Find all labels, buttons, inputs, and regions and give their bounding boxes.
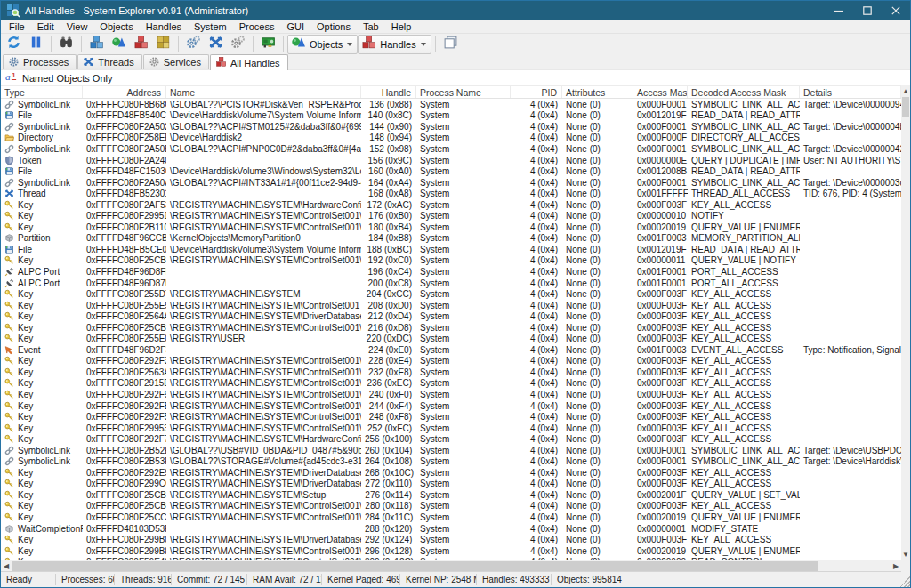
column-header-process-name[interactable]: Process Name (416, 86, 511, 98)
window-stack-icon (443, 35, 458, 53)
table-row[interactable]: Key0xFFFFC080F255E090\REGISTRY\USER220 (… (1, 333, 901, 344)
table-row[interactable]: Token0xFFFFC080F2A24040156 (0x9C)System4… (1, 155, 901, 166)
table-row[interactable]: Key0xFFFFC080F2915DB0\REGISTRY\MACHINE\S… (1, 378, 901, 390)
maximize-button[interactable] (853, 1, 882, 20)
table-row[interactable]: SymbolicLink0xFFFFC080F2A50A40\GLOBAL??\… (1, 177, 901, 189)
table-row[interactable]: Key0xFFFFC080F299B820\REGISTRY\MACHINE\S… (1, 545, 901, 557)
scroll-left-icon[interactable]: ◀ (1, 560, 12, 572)
table-row[interactable]: Directory0xFFFFC080F258EE60\Device\Hardd… (1, 133, 901, 144)
cell-name: \KernelObjects\MemoryPartition0 (166, 233, 361, 243)
table-row[interactable]: SymbolicLink0xFFFFC080F2B53FA0\GLOBAL??\… (1, 456, 901, 468)
table-row[interactable]: Key0xFFFFC080F2B110B0\REGISTRY\MACHINE\S… (1, 222, 901, 233)
table-row[interactable]: Key0xFFFFC080F2995180\REGISTRY\MACHINE\S… (1, 210, 901, 222)
tab-threads[interactable]: Threads (77, 54, 141, 69)
table-row[interactable]: Key0xFFFFC080F25CC700\REGISTRY\MACHINE\S… (1, 511, 901, 523)
toolbar-processes-cubes-button[interactable] (85, 35, 108, 54)
tab-all-handles[interactable]: All Handles (210, 54, 288, 70)
menu-process[interactable]: Process (233, 20, 281, 33)
table-row[interactable]: File0xFFFFD48FB540C940\Device\HarddiskVo… (1, 110, 901, 122)
horizontal-scroll-thumb[interactable] (12, 561, 818, 571)
table-row[interactable]: Key0xFFFFC080F292F920\REGISTRY\MACHINE\S… (1, 389, 901, 400)
table-row[interactable]: SymbolicLink0xFFFFC080F2A50B60\GLOBAL??\… (1, 143, 901, 155)
table-row[interactable]: SymbolicLink0xFFFFC080F2A50260\GLOBAL??\… (1, 121, 901, 133)
close-button[interactable] (882, 1, 910, 20)
tab-strip: ProcessesThreadsServicesAll Handles (1, 54, 910, 70)
table-row[interactable]: Event0xFFFFD48F96D2F330224 (0xE0)System4… (1, 344, 901, 356)
menu-objects[interactable]: Objects (93, 20, 139, 33)
scroll-right-icon[interactable]: ▶ (891, 560, 901, 572)
menu-help[interactable]: Help (385, 20, 418, 33)
menu-file[interactable]: File (3, 20, 31, 33)
menu-gui[interactable]: GUI (280, 20, 310, 33)
table-row[interactable]: Key0xFFFFC080F25CBB50\REGISTRY\MACHINE\S… (1, 489, 901, 501)
table-row[interactable]: Partition0xFFFFD48F96CCBA40\KernelObject… (1, 233, 901, 245)
column-header-type[interactable]: Type (1, 86, 83, 98)
menu-tab[interactable]: Tab (357, 20, 385, 33)
toolbar-window-stack-button[interactable] (439, 35, 462, 54)
table-row[interactable]: Key0xFFFFC080F2995360\REGISTRY\MACHINE\S… (1, 423, 901, 434)
column-header-attributes[interactable]: Attributes (562, 86, 633, 98)
cell-name: \Device\HarddiskVolume3\Windows\System32… (166, 166, 361, 176)
table-row[interactable]: ALPC Port0xFFFFD48F96D8FD30196 (0xC4)Sys… (1, 266, 901, 278)
menu-options[interactable]: Options (310, 20, 357, 33)
link-icon (4, 456, 14, 466)
column-header-decoded-access-mask[interactable]: Decoded Access Mask (688, 86, 800, 98)
toolbar-find-binoculars-button[interactable] (55, 35, 77, 54)
filter-bar[interactable]: a1 Named Objects Only (1, 70, 910, 85)
table-row[interactable]: Key0xFFFFC080F292F3D0\REGISTRY\MACHINE\S… (1, 356, 901, 367)
table-row[interactable]: Thread0xFFFFD48FB5230100168 (0xA8)System… (1, 188, 901, 199)
table-row[interactable]: Key0xFFFFC080F292FB40\REGISTRY\MACHINE\S… (1, 400, 901, 412)
table-row[interactable]: Key0xFFFFC080F25CB2D0\REGISTRY\MACHINE\S… (1, 322, 901, 334)
table-row[interactable]: SymbolicLink0xFFFFC080F8B68CE0\GLOBAL??\… (1, 99, 901, 110)
table-row[interactable]: Key0xFFFFC080F292F5F0\REGISTRY\MACHINE\S… (1, 411, 901, 423)
table-row[interactable]: ALPC Port0xFFFFD48F96D87B60200 (0xC8)Sys… (1, 278, 901, 289)
table-row[interactable]: Key0xFFFFC080F292F700\REGISTRY\MACHINE\S… (1, 433, 901, 445)
table-row[interactable]: Key0xFFFFC080F25CBC60\REGISTRY\MACHINE\S… (1, 255, 901, 267)
table-row[interactable]: Key0xFFFFC080F25CB0B0\REGISTRY\MACHINE\S… (1, 501, 901, 512)
toolbar-process-gears-button[interactable] (182, 35, 205, 54)
menu-edit[interactable]: Edit (31, 20, 60, 33)
toolbar-services-gears-button[interactable] (227, 35, 249, 54)
table-row[interactable]: SymbolicLink0xFFFFC080F2B52EC0\GLOBAL??\… (1, 445, 901, 456)
column-header-details[interactable]: Details (800, 86, 901, 98)
menu-system[interactable]: System (188, 20, 233, 33)
menu-handles[interactable]: Handles (140, 20, 188, 33)
toolbar-objects-dropdown[interactable]: Objects (287, 35, 358, 54)
menu-view[interactable]: View (60, 20, 94, 33)
minimize-button[interactable] (825, 1, 853, 20)
table-row[interactable]: Key0xFFFFC080F299CC50\REGISTRY\MACHINE\S… (1, 479, 901, 490)
toolbar-objects-button[interactable] (108, 35, 130, 54)
toolbar-pause-button[interactable] (25, 35, 47, 54)
table-row[interactable]: Key0xFFFFC080F2AF53E0\REGISTRY\MACHINE\S… (1, 199, 901, 211)
horizontal-scrollbar[interactable]: ◀ ▶ (1, 560, 901, 572)
table-row[interactable]: Key0xFFFFC080F255D730\REGISTRY\MACHINE\S… (1, 288, 901, 300)
column-header-handle[interactable]: Handle (361, 86, 416, 98)
table-row[interactable]: Key0xFFFFC080F2564A30\REGISTRY\MACHINE\S… (1, 310, 901, 322)
column-header-address[interactable]: Address (83, 86, 166, 98)
table-row[interactable]: Key0xFFFFC080F299B0B0\REGISTRY\MACHINE\S… (1, 534, 901, 545)
cell-pid: 4 (0x4) (511, 390, 562, 399)
toolbar-driver-card-button[interactable] (257, 35, 279, 54)
table-row[interactable]: Key0xFFFFC080F292E930\REGISTRY\MACHINE\S… (1, 467, 901, 479)
column-header-access-mask[interactable]: Access Mask (633, 86, 688, 98)
scroll-down-icon[interactable]: ▼ (901, 549, 910, 560)
tab-services[interactable]: Services (143, 54, 209, 69)
vertical-scrollbar[interactable]: ▲ ▼ (901, 85, 910, 560)
table-row[interactable]: Key0xFFFFC080F255E900\REGISTRY\MACHINE\S… (1, 300, 901, 311)
toolbar-refresh-button[interactable] (3, 35, 25, 54)
table-row[interactable]: File0xFFFFD48FB5CE0070\Device\HarddiskVo… (1, 244, 901, 255)
toolbar-windows-cubes-button[interactable] (152, 35, 174, 54)
scroll-up-icon[interactable]: ▲ (901, 85, 910, 96)
table-row[interactable]: Key0xFFFFC080F2563A40\REGISTRY\MACHINE\S… (1, 366, 901, 378)
table-row[interactable]: File0xFFFFD48FC15030B0\Device\HarddiskVo… (1, 165, 901, 177)
column-header-name[interactable]: Name (166, 86, 361, 98)
vertical-scroll-thumb[interactable] (902, 97, 909, 117)
toolbar-threads-button[interactable] (205, 35, 227, 54)
tab-processes[interactable]: Processes (3, 54, 77, 69)
column-header-pid[interactable]: PID (511, 86, 562, 98)
toolbar-handles-cubes-button[interactable] (130, 35, 152, 54)
toolbar-handles-dropdown[interactable]: Handles (358, 35, 431, 54)
resize-grip[interactable] (899, 576, 910, 587)
cell-access-mask: 0x000F003F (633, 200, 688, 210)
table-row[interactable]: WaitCompletionPac...0xFFFFD48103D53F2028… (1, 523, 901, 535)
